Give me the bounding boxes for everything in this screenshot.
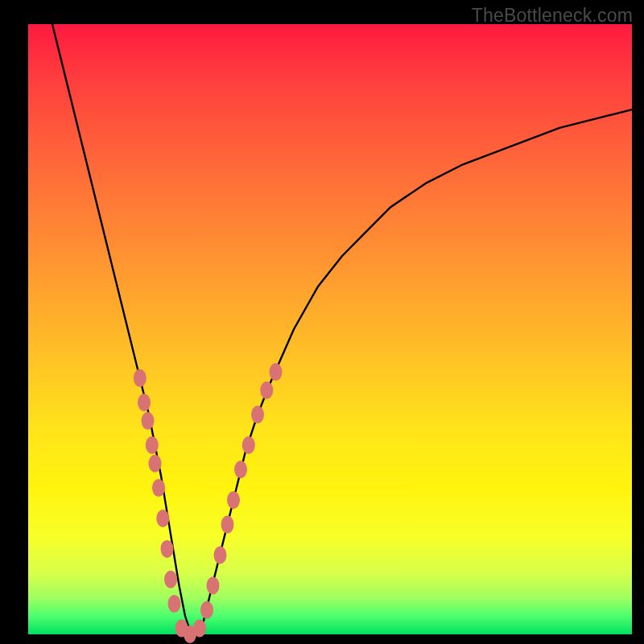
curve-marker bbox=[142, 412, 155, 430]
curve-marker bbox=[214, 547, 227, 564]
curve-marker bbox=[134, 369, 147, 387]
curve-marker bbox=[260, 382, 273, 399]
curve-marker bbox=[200, 601, 213, 619]
curve-marker bbox=[138, 394, 151, 411]
curve-marker bbox=[161, 540, 174, 558]
curve-layer bbox=[28, 24, 632, 634]
curve-marker bbox=[221, 516, 234, 534]
curve-marker bbox=[193, 619, 206, 637]
curve-marker bbox=[146, 436, 159, 454]
curve-marker bbox=[227, 491, 240, 509]
chart-frame: TheBottleneck.com bbox=[0, 0, 644, 644]
curve-marker bbox=[149, 455, 162, 473]
plot-area bbox=[28, 24, 632, 634]
curve-marker bbox=[251, 406, 264, 423]
curve-marker bbox=[270, 363, 283, 381]
bottleneck-curve bbox=[52, 24, 632, 634]
curve-markers bbox=[134, 363, 283, 643]
watermark-text: TheBottleneck.com bbox=[472, 5, 633, 27]
curve-marker bbox=[168, 595, 181, 613]
curve-marker bbox=[152, 479, 165, 497]
curve-marker bbox=[156, 510, 169, 527]
curve-marker bbox=[234, 460, 247, 478]
curve-marker bbox=[207, 576, 220, 594]
curve-marker bbox=[164, 571, 177, 588]
curve-marker bbox=[242, 436, 255, 454]
